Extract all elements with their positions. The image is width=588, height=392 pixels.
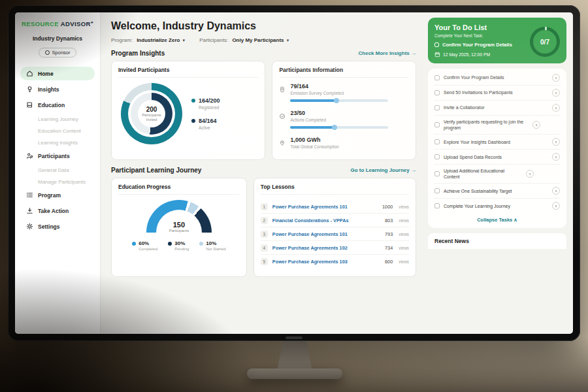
lesson-views-unit: views xyxy=(399,259,409,264)
lesson-link[interactable]: Power Purchase Agreements 101 xyxy=(272,204,378,210)
chevron-right-icon[interactable]: › xyxy=(532,121,540,129)
monitor-logo xyxy=(286,336,302,339)
checkbox[interactable] xyxy=(434,171,440,176)
monitor-stand-base xyxy=(247,368,342,379)
todo-progress-value: 0/7 xyxy=(533,30,557,54)
sidebar-item-participants[interactable]: Participants xyxy=(20,149,95,163)
lesson-row: 5 Power Purchase Agreements 103 600 view… xyxy=(261,255,409,268)
chevron-right-icon[interactable]: › xyxy=(552,202,560,210)
legend-dot xyxy=(199,242,203,246)
clipboard-icon xyxy=(279,84,286,90)
checkbox[interactable] xyxy=(434,75,440,80)
task-row: Verify participants requesting to join t… xyxy=(434,116,561,135)
chevron-right-icon[interactable]: › xyxy=(552,89,560,97)
sidebar-item-settings[interactable]: Settings xyxy=(20,220,95,233)
download-icon xyxy=(26,207,33,214)
chevron-right-icon[interactable]: › xyxy=(526,170,534,178)
chevron-right-icon[interactable]: › xyxy=(552,104,560,112)
sidebar-item-insights[interactable]: Insights xyxy=(20,82,95,96)
program-filter[interactable]: Program: Industrialize Zero ▾ xyxy=(111,37,185,43)
sidebar-item-learning-insights[interactable]: Learning Insights xyxy=(20,137,95,148)
legend-label: Pending xyxy=(174,247,189,251)
sponsor-badge[interactable]: Sponsor xyxy=(39,48,77,57)
task-row: Confirm Your Program Details › xyxy=(434,71,561,86)
task-row: Explore Your Insights Dashboard › xyxy=(434,135,561,150)
task-label: Verify participants requesting to join t… xyxy=(444,119,529,131)
sidebar-item-label: Settings xyxy=(38,223,60,230)
invited-participants-card: Invited Participants 200 Participants In… xyxy=(111,61,265,160)
checkbox[interactable] xyxy=(434,105,440,110)
org-name: Industry Dynamics xyxy=(20,35,95,42)
donut-center-label: Participants Invited xyxy=(140,113,163,122)
participants-filter[interactable]: Participants: Only My Participants ▾ xyxy=(199,37,289,43)
recent-news-header[interactable]: Recent News xyxy=(428,233,566,249)
collapse-tasks-link[interactable]: Collapse Tasks ∧ xyxy=(434,213,561,226)
legend-value: 10% xyxy=(206,240,216,246)
legend-label: Completed xyxy=(139,247,157,251)
sidebar-nav: Home Insights Education Learning Journey… xyxy=(20,67,95,233)
lesson-link[interactable]: Power Purchase Agreements 103 xyxy=(272,259,380,265)
checkbox[interactable] xyxy=(434,188,440,193)
lesson-link[interactable]: Power Purchase Agreements 102 xyxy=(272,245,380,251)
sidebar-item-learning-journey[interactable]: Learning Journey xyxy=(20,114,95,125)
sidebar-item-program[interactable]: Program xyxy=(20,188,95,202)
sidebar-item-education[interactable]: Education xyxy=(20,98,95,112)
checkbox[interactable] xyxy=(434,203,440,208)
lesson-rank: 2 xyxy=(261,217,268,224)
sidebar-item-home[interactable]: Home xyxy=(20,67,95,80)
checkbox[interactable] xyxy=(434,154,440,159)
participants-filter-value: Only My Participants xyxy=(232,37,284,43)
checkbox[interactable] xyxy=(434,122,440,127)
chevron-down-icon: ▾ xyxy=(183,38,186,42)
card-title: Participants Information xyxy=(279,67,409,78)
people-gear-icon xyxy=(26,152,33,159)
task-label: Upload Spend Data Records xyxy=(444,154,548,160)
sidebar-item-general-data[interactable]: General Data xyxy=(20,165,95,176)
legend-dot xyxy=(191,119,195,123)
checkbox[interactable] xyxy=(434,139,440,144)
legend-registered: 164/200 Registered xyxy=(191,97,220,110)
arrow-right-icon: → xyxy=(411,167,416,173)
lesson-link[interactable]: Power Purchase Agreements 101 xyxy=(272,231,380,237)
lesson-views-unit: views xyxy=(399,232,409,237)
sidebar-item-label: Home xyxy=(38,71,54,77)
calendar-icon xyxy=(434,52,440,57)
gear-icon xyxy=(26,223,33,230)
logo-plus: + xyxy=(91,20,94,25)
participants-filter-label: Participants: xyxy=(199,37,228,43)
chevron-right-icon[interactable]: › xyxy=(552,74,560,82)
legend-dot xyxy=(132,242,136,246)
checkbox[interactable] xyxy=(434,42,439,47)
chevron-down-icon: ▾ xyxy=(287,38,289,42)
task-label: Confirm Your Program Details xyxy=(444,74,548,80)
link-label: Go to Learning Journey xyxy=(351,167,410,173)
check-more-insights-link[interactable]: Check More Insights → xyxy=(359,50,416,56)
sidebar-item-take-action[interactable]: Take Action xyxy=(20,204,95,218)
sidebar-item-manage-participants[interactable]: Manage Participants xyxy=(20,176,95,188)
card-title: Education Progress xyxy=(118,184,240,195)
go-to-learning-journey-link[interactable]: Go to Learning Journey → xyxy=(351,167,416,173)
stat-actions-completed: 23/50 Actions Completed xyxy=(279,110,409,129)
education-progress-card: Education Progress 150 Participants xyxy=(111,178,247,277)
chevron-right-icon[interactable]: › xyxy=(552,187,560,195)
book-icon xyxy=(26,101,33,108)
checkbox[interactable] xyxy=(434,90,440,95)
chevron-right-icon[interactable]: › xyxy=(552,138,560,146)
chevron-up-icon: ∧ xyxy=(514,217,517,223)
chevron-right-icon[interactable]: › xyxy=(552,153,560,161)
link-label: Check More Insights xyxy=(359,50,410,56)
monitor-stand-neck xyxy=(277,338,312,371)
logo-primary: RESOURCE xyxy=(22,20,59,27)
sidebar-item-education-content[interactable]: Education Content xyxy=(20,125,95,137)
legend-active: 84/164 Active xyxy=(191,118,220,130)
sidebar: RESOURCE ADVISOR+ Industry Dynamics Spon… xyxy=(15,12,101,334)
lesson-rank: 5 xyxy=(261,258,268,265)
legend-not-started: 10% Not Started xyxy=(199,240,225,251)
sidebar-item-label: Education xyxy=(38,102,65,108)
lesson-link[interactable]: Financial Considerations - VPPAs xyxy=(272,218,380,223)
task-label: Upload Additional Educational Content xyxy=(444,168,522,180)
lesson-row: 3 Power Purchase Agreements 101 793 view… xyxy=(261,227,409,241)
task-row: Complete Your Learning Journey › xyxy=(434,199,561,213)
stat-label: Actions Completed xyxy=(290,118,409,122)
lesson-views: 1000 xyxy=(382,204,393,210)
